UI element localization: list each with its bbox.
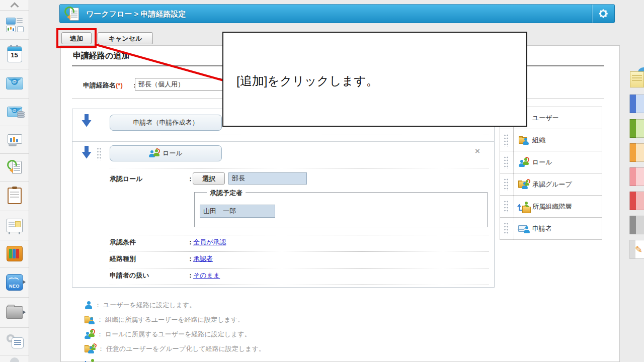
drag-handle[interactable] [500,129,514,151]
sticky-note-icon[interactable] [630,67,644,89]
sticky-color-orange[interactable] [629,143,644,162]
applicant-handling-link[interactable]: そのまま [193,271,220,280]
drag-handle[interactable] [500,151,514,173]
applicant-icon [518,224,529,233]
sidebar-item-cabinet[interactable] [0,240,29,267]
planned-approvers-fieldset: 承認予定者 山田 一郎 [194,192,488,227]
organization-icon [85,315,95,324]
legend-item-organization: ：組織に所属するユーザーを経路に設定します。 [85,315,244,324]
pencil-icon: ✎ [635,244,642,255]
route-type-link[interactable]: 承認者 [193,254,213,263]
dotted-separator [110,135,489,135]
workflow-icon [7,160,22,175]
clipboard-icon [8,188,22,204]
legend-item-role: ：ロールに所属するユーザーを経路に設定します。 [85,330,251,339]
down-arrow-icon [82,145,92,159]
drag-handle[interactable] [500,218,514,239]
portal-icon [6,18,23,32]
chevron-up-icon [11,2,18,9]
application-window: 15 @ @ [0,0,644,362]
sidebar-item-system-settings[interactable] [0,327,29,355]
sidebar-item-bulletin[interactable] [0,211,29,240]
approval-group-icon [518,180,529,189]
neo-icon: NEO [6,274,23,291]
down-arrow-icon [82,114,92,128]
submenu-arrow-icon [23,310,28,314]
approver-name: 山田 一郎 [200,205,275,218]
partial-icon [10,357,19,362]
step-role-button[interactable]: ロール [110,145,222,161]
route-name-label: 申請経路名(*) ： [83,81,138,90]
sticky-color-red[interactable] [629,192,644,210]
sidebar-item-mail-store[interactable]: @ [0,98,29,126]
cabinet-icon [7,246,23,261]
sidebar-item-schedule[interactable]: 15 [0,39,29,69]
role-icon [519,158,529,167]
approval-role-label: 承認ロール [110,174,143,184]
approval-role-value: 部長 [228,172,307,185]
role-icon [85,330,95,339]
drag-handle[interactable] [97,147,102,160]
sidebar-item-neo[interactable]: NEO [0,267,29,298]
dotted-separator [110,168,489,168]
dotted-separator [110,268,489,268]
sidebar-item-workflow[interactable] [0,153,29,182]
step-applicant-button[interactable]: 申請者（申請作成者） [110,115,222,131]
tutorial-highlight-box [56,28,97,48]
sidebar-item-portal[interactable] [0,10,29,40]
approval-condition-link[interactable]: 全員が承認 [193,238,226,247]
drag-handle[interactable] [500,196,514,217]
sticky-color-blue[interactable] [629,95,644,113]
sidebar-item-partial[interactable] [0,355,29,362]
mail-database-icon: @ [7,107,22,117]
palette-item-role[interactable]: ロール [500,151,602,173]
org-hierarchy-icon [85,359,96,362]
palette-item-applicant[interactable]: 申請者 [500,218,602,239]
sidebar-item-webmail[interactable]: @ [0,69,29,99]
settings-button[interactable] [592,5,614,23]
bulletin-board-icon [7,219,23,232]
sticky-edit-button[interactable]: ✎ [629,240,644,259]
select-button[interactable]: 選択 [193,172,225,185]
sidebar-item-presentation[interactable] [0,126,29,154]
system-settings-icon [7,334,23,348]
palette-item-organization[interactable]: 組織 [500,129,602,151]
applicant-handling-label: 申請者の扱い [110,271,149,280]
sticky-color-gray[interactable] [629,216,644,234]
module-header: ワークフロー > 申請経路設定 [59,4,615,23]
calendar-icon: 15 [7,46,22,62]
sidebar-item-circulation[interactable] [0,181,29,211]
drag-handle[interactable] [500,173,514,195]
cancel-button[interactable]: キャンセル [98,32,153,44]
dotted-separator [110,251,489,252]
dotted-separator [110,235,489,235]
app-sidebar: 15 @ @ [0,0,29,362]
route-flow-editor: 申請者（申請作成者） ロール × 承認ロール ： 選択 部長 承認予定者 山田 … [72,109,495,288]
sidebar-item-folder[interactable] [0,297,29,328]
dotted-separator [110,285,489,285]
sidebar-collapse-button[interactable] [0,0,29,11]
legend-item-approval-group: ：任意のユーザーをグループ化して経路に設定します。 [85,344,265,353]
organization-icon [519,136,529,145]
palette-item-approval-group[interactable]: 承認グループ [500,173,602,196]
presentation-icon [7,133,22,146]
breadcrumb-title: ワークフロー > 申請経路設定 [86,10,186,19]
role-icon [149,149,160,157]
route-type-label: 経路種別 [110,254,136,263]
user-icon [85,301,93,310]
close-icon[interactable]: × [475,147,480,155]
org-hierarchy-icon [518,202,529,212]
webmail-icon: @ [6,77,23,89]
folder-icon [6,306,23,319]
submenu-arrow-icon [23,280,28,284]
gear-icon [598,8,609,19]
palette-item-org-hierarchy[interactable]: 所属組織階層 [500,196,602,218]
legend-item-partial [85,359,96,362]
tutorial-callout-text: [追加]をクリックします。 [236,73,378,89]
planned-approvers-legend: 承認予定者 [207,189,246,198]
sticky-color-green[interactable] [629,119,644,138]
tutorial-callout: [追加]をクリックします。 [222,32,527,127]
approval-group-icon [85,344,96,353]
workflow-icon [64,7,79,22]
sticky-color-pink[interactable] [629,167,644,186]
